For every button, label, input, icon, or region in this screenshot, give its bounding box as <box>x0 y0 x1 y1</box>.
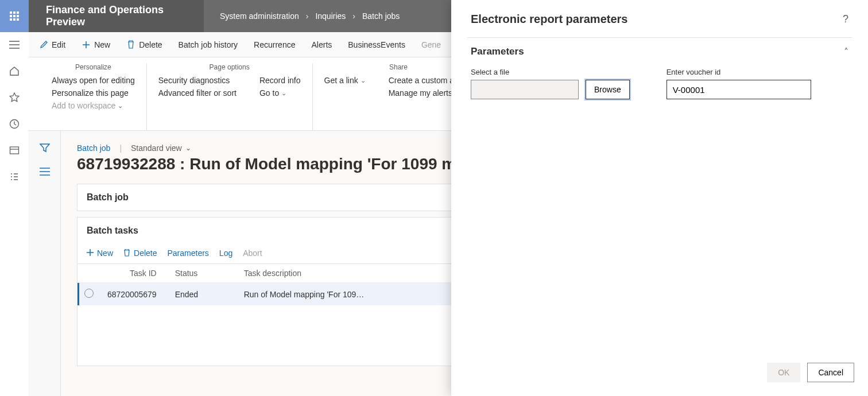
business-events-button[interactable]: BusinessEvents <box>348 40 405 49</box>
col-status[interactable]: Status <box>168 264 237 283</box>
waffle-icon <box>10 11 19 21</box>
always-open-link[interactable]: Always open for editing <box>52 76 135 85</box>
browse-button[interactable]: Browse <box>586 80 630 99</box>
parameters-body: Select a file Browse Enter voucher id <box>451 62 868 105</box>
select-file-field: Select a file Browse <box>471 68 630 99</box>
task-parameters-button[interactable]: Parameters <box>167 249 208 258</box>
filter-icon[interactable] <box>40 143 50 154</box>
field-label: Enter voucher id <box>666 68 811 76</box>
group-title: Personalize <box>52 63 135 71</box>
plus-icon <box>82 40 91 49</box>
edit-button[interactable]: Edit <box>39 40 65 49</box>
separator: | <box>119 143 122 153</box>
panel-footer: OK Cancel <box>451 354 868 396</box>
advanced-filter-link[interactable]: Advanced filter or sort <box>158 88 237 98</box>
alerts-button[interactable]: Alerts <box>311 40 332 49</box>
cmd-label: New <box>94 40 110 49</box>
chevron-down-icon: ⌄ <box>361 77 366 84</box>
chevron-up-icon: ˄ <box>844 46 848 57</box>
generate-button-truncated[interactable]: Gene <box>421 40 441 49</box>
pencil-icon <box>39 40 48 49</box>
brand-title: Finance and Operations Preview <box>29 0 204 32</box>
security-diagnostics-link[interactable]: Security diagnostics <box>158 76 237 85</box>
btn-label: Delete <box>134 249 157 258</box>
workspace-icon[interactable] <box>9 145 20 156</box>
cell-task-id: 68720005679 <box>100 283 168 306</box>
cmd-label: Recurrence <box>254 40 295 49</box>
trash-icon <box>126 40 135 49</box>
star-icon[interactable] <box>9 92 20 103</box>
field-label: Select a file <box>471 68 630 76</box>
ok-button: OK <box>767 363 800 382</box>
group-title: Page options <box>158 63 301 71</box>
panel-title: Electronic report parameters <box>471 13 627 26</box>
task-delete-button[interactable]: Delete <box>123 249 157 258</box>
view-label: Standard view <box>131 143 182 153</box>
file-path-display <box>471 80 579 99</box>
cmd-label: Edit <box>52 40 65 49</box>
voucher-id-input[interactable] <box>666 80 811 99</box>
chevron-down-icon: ⌄ <box>281 90 286 97</box>
voucher-id-field: Enter voucher id <box>666 68 811 99</box>
btn-label: New <box>97 249 113 258</box>
cell-status: Ended <box>168 283 237 306</box>
help-icon[interactable]: ? <box>843 13 848 25</box>
breadcrumb-item[interactable]: Inquiries <box>315 11 346 21</box>
delete-button[interactable]: Delete <box>126 40 162 49</box>
hamburger-icon[interactable] <box>9 39 20 51</box>
chevron-down-icon: ⌄ <box>185 144 191 152</box>
personalize-page-link[interactable]: Personalize this page <box>52 88 135 98</box>
cmd-label: BusinessEvents <box>348 40 405 49</box>
new-button[interactable]: New <box>82 40 110 49</box>
list-view-icon[interactable] <box>40 168 50 178</box>
breadcrumb-item[interactable]: System administration <box>220 11 299 21</box>
cmd-label: Batch job history <box>179 40 238 49</box>
add-to-workspace-link[interactable]: Add to workspace⌄ <box>52 101 135 110</box>
parameters-section-header[interactable]: Parameters ˄ <box>451 38 868 62</box>
cmd-label: Alerts <box>311 40 332 49</box>
get-link-link[interactable]: Get a link⌄ <box>324 76 366 85</box>
view-selector[interactable]: Standard view ⌄ <box>131 143 191 153</box>
recent-icon[interactable] <box>9 118 20 130</box>
go-to-link[interactable]: Go to⌄ <box>259 88 301 98</box>
module-link[interactable]: Batch job <box>77 143 110 153</box>
page-options-group: Page options Security diagnostics Advanc… <box>147 63 313 130</box>
col-task-id[interactable]: Task ID <box>100 264 168 283</box>
modules-icon[interactable] <box>9 171 20 183</box>
chevron-right-icon: › <box>306 11 309 21</box>
row-selector[interactable] <box>84 289 94 298</box>
left-nav-rail <box>0 32 29 396</box>
cmd-label: Gene <box>421 40 441 49</box>
filter-rail <box>29 131 61 396</box>
group-title: Share <box>324 63 473 71</box>
batch-history-button[interactable]: Batch job history <box>179 40 238 49</box>
chevron-right-icon: › <box>352 11 355 21</box>
trash-icon <box>123 249 131 257</box>
section-title: Parameters <box>471 46 524 57</box>
link-label: Get a link <box>324 76 358 85</box>
record-info-link[interactable]: Record info <box>259 76 301 85</box>
app-launcher-button[interactable] <box>0 0 29 32</box>
breadcrumb-item[interactable]: Batch jobs <box>362 11 400 21</box>
home-icon[interactable] <box>9 65 20 77</box>
task-log-button[interactable]: Log <box>219 249 232 258</box>
plus-icon <box>87 249 95 257</box>
personalize-group: Personalize Always open for editing Pers… <box>40 63 147 130</box>
recurrence-button[interactable]: Recurrence <box>254 40 295 49</box>
link-label: Add to workspace <box>52 101 115 110</box>
parameters-slideout: Electronic report parameters ? Parameter… <box>451 0 868 396</box>
chevron-down-icon: ⌄ <box>118 102 123 110</box>
cmd-label: Delete <box>139 40 162 49</box>
link-label: Go to <box>259 88 279 98</box>
task-abort-button: Abort <box>243 249 262 258</box>
svg-rect-1 <box>10 147 19 154</box>
cancel-button[interactable]: Cancel <box>807 363 854 382</box>
task-new-button[interactable]: New <box>87 249 113 258</box>
